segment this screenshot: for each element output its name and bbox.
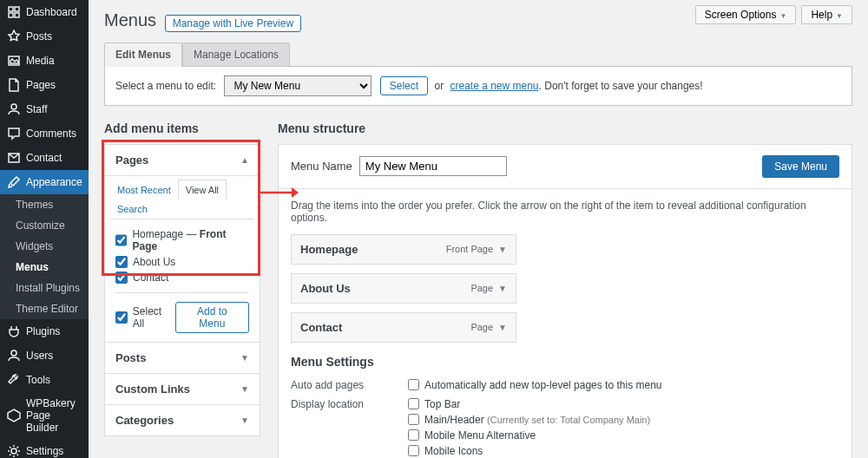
display-loc-label: Main/Header (Currently set to: Total Com… (424, 414, 650, 426)
sidebar-sub-install-plugins[interactable]: Install Plugins (0, 278, 89, 298)
page-label: About Us (133, 256, 175, 268)
sidebar-label: Users (26, 350, 53, 362)
page-title: Menus (104, 10, 156, 30)
chevron-down-icon[interactable]: ▼ (498, 245, 507, 254)
manage-live-preview-button[interactable]: Manage with Live Preview (165, 15, 301, 32)
chevron-down-icon[interactable]: ▼ (498, 323, 507, 332)
accordion-posts: Posts▼ (104, 342, 260, 374)
accordion-head-posts[interactable]: Posts▼ (105, 343, 260, 373)
display-loc-checkbox[interactable] (408, 414, 419, 425)
sidebar-item-posts[interactable]: Posts (0, 24, 89, 49)
sidebar-item-users[interactable]: Users (0, 344, 89, 368)
sidebar-label: Tools (26, 374, 50, 386)
sidebar-item-contact[interactable]: Contact (0, 146, 89, 170)
sidebar-label: Dashboard (26, 6, 77, 18)
menu-tabs: Edit MenusManage Locations (104, 43, 852, 67)
or-text: or (434, 80, 444, 92)
chevron-down-icon: ▼ (240, 353, 249, 363)
menu-item-type: Front Page (446, 244, 493, 254)
tab-edit-menus[interactable]: Edit Menus (104, 43, 182, 67)
add-items-column: Add menu items Pages▲Most RecentView All… (104, 121, 260, 458)
chevron-down-icon: ▼ (240, 415, 249, 425)
chevron-down-icon: ▼ (240, 384, 249, 394)
select-menu-button[interactable]: Select (380, 76, 428, 95)
menu-item[interactable]: ContactPage▼ (291, 312, 516, 343)
sidebar-label: Pages (26, 79, 56, 91)
sidebar-item-tools[interactable]: Tools (0, 368, 89, 392)
sidebar-item-appearance[interactable]: Appearance (0, 170, 89, 194)
sidebar-sub-menus[interactable]: Menus (0, 257, 89, 278)
menu-select[interactable]: My New Menu (224, 75, 372, 96)
save-menu-button-top[interactable]: Save Menu (762, 155, 839, 178)
page-checkbox[interactable] (115, 272, 128, 284)
menu-settings-heading: Menu Settings (291, 355, 839, 369)
select-all-checkbox[interactable] (115, 311, 128, 324)
sidebar-label: WPBakery Page Builder (26, 397, 82, 434)
display-loc-checkbox[interactable] (408, 398, 419, 409)
auto-add-label: Auto add pages (291, 379, 408, 391)
menu-item[interactable]: About UsPage▼ (291, 273, 516, 304)
menu-structure-heading: Menu structure (278, 121, 852, 135)
page-label: Contact (133, 272, 168, 284)
sidebar-item-plugins[interactable]: Plugins (0, 319, 89, 344)
menu-name-label: Menu Name (291, 160, 352, 173)
menu-name-input[interactable] (359, 156, 507, 176)
chevron-down-icon[interactable]: ▼ (498, 284, 507, 293)
menu-item-label: Homepage (300, 243, 358, 256)
select-all-label: Select All (133, 305, 175, 330)
sidebar-item-media[interactable]: Media (0, 49, 89, 73)
accordion-head-custom links[interactable]: Custom Links▼ (105, 374, 260, 404)
accordion-categories: Categories▼ (104, 404, 260, 436)
auto-add-checkbox[interactable] (408, 379, 419, 390)
page-checkbox[interactable] (115, 234, 127, 246)
help-button[interactable]: Help (801, 5, 852, 24)
sidebar-item-dashboard[interactable]: Dashboard (0, 0, 89, 24)
sidebar-item-comments[interactable]: Comments (0, 121, 89, 146)
admin-sidebar: DashboardPostsMediaPagesStaffCommentsCon… (0, 0, 89, 458)
select-trail-text: . Don't forget to save your changes! (539, 80, 703, 92)
accordion-head-categories[interactable]: Categories▼ (105, 405, 260, 435)
sidebar-label: Staff (26, 103, 47, 115)
display-loc-checkbox[interactable] (408, 445, 419, 456)
menu-item-type: Page (470, 322, 493, 332)
display-loc-checkbox[interactable] (408, 429, 419, 441)
display-loc-label: Mobile Menu Alternative (424, 429, 536, 442)
inner-tab-search[interactable]: Search (110, 200, 155, 219)
chevron-up-icon: ▲ (240, 155, 249, 165)
auto-add-opt: Automatically add new top-level pages to… (424, 379, 662, 391)
sidebar-sub-theme-editor[interactable]: Theme Editor (0, 298, 89, 319)
sidebar-sub-widgets[interactable]: Widgets (0, 236, 89, 257)
add-to-menu-button[interactable]: Add to Menu (175, 302, 249, 333)
accordion-pages: Pages▲Most RecentView AllSearchHomepage … (104, 144, 260, 343)
sidebar-label: Contact (26, 152, 62, 164)
sidebar-item-staff[interactable]: Staff (0, 97, 89, 121)
create-menu-link[interactable]: create a new menu (450, 80, 538, 92)
add-items-heading: Add menu items (104, 121, 260, 135)
sidebar-item-settings[interactable]: Settings (0, 439, 89, 458)
menu-structure-column: Menu structure Menu Name Save Menu Drag … (278, 121, 852, 458)
sidebar-label: Plugins (26, 325, 60, 337)
sidebar-label: Comments (26, 128, 76, 140)
tab-manage-locations[interactable]: Manage Locations (182, 43, 290, 66)
page-checkbox[interactable] (115, 256, 128, 268)
display-loc-label: Top Bar (424, 398, 460, 410)
sidebar-label: Posts (26, 30, 52, 43)
sidebar-sub-themes[interactable]: Themes (0, 194, 89, 215)
menu-item[interactable]: HomepageFront Page▼ (291, 234, 516, 265)
accordion-head-pages[interactable]: Pages▲ (105, 145, 260, 175)
sidebar-label: Media (26, 55, 55, 67)
accordion-custom-links: Custom Links▼ (104, 373, 260, 405)
select-menu-label: Select a menu to edit: (115, 80, 216, 92)
screen-options-button[interactable]: Screen Options (695, 5, 797, 24)
sidebar-submenu: ThemesCustomizeWidgetsMenusInstall Plugi… (0, 194, 89, 319)
sidebar-item-wpbakery-page-builder[interactable]: WPBakery Page Builder (0, 392, 89, 439)
menu-item-label: About Us (300, 282, 351, 295)
sidebar-item-pages[interactable]: Pages (0, 73, 89, 97)
inner-tab-most-recent[interactable]: Most Recent (110, 180, 178, 200)
page-label: Homepage — Front Page (132, 228, 249, 252)
menu-item-label: Contact (300, 321, 342, 334)
inner-tab-view-all[interactable]: View All (178, 180, 227, 200)
sidebar-sub-customize[interactable]: Customize (0, 215, 89, 236)
select-menu-box: Select a menu to edit: My New Menu Selec… (104, 66, 852, 106)
main-content: Screen Options Help Menus Manage with Li… (89, 0, 868, 458)
